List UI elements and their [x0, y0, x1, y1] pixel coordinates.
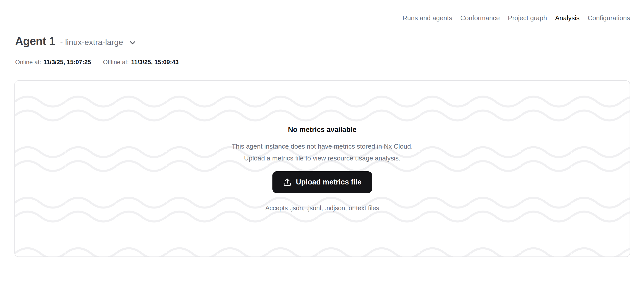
empty-state-description-line-2: Upload a metrics file to view resource u…: [232, 152, 413, 164]
upload-icon: [283, 178, 292, 186]
nav-item-analysis[interactable]: Analysis: [555, 14, 580, 22]
top-navigation: Runs and agents Conformance Project grap…: [402, 14, 630, 22]
agent-timestamps: Online at: 11/3/25, 15:07:25 Offline at:…: [15, 58, 179, 66]
empty-state-content: No metrics available This agent instance…: [15, 81, 630, 256]
agent-launch-template: - linux-extra-large: [60, 38, 123, 47]
online-at: Online at: 11/3/25, 15:07:25: [15, 58, 91, 66]
empty-state-description-line-1: This agent instance does not have metric…: [232, 140, 413, 152]
chevron-down-icon[interactable]: [128, 38, 137, 48]
online-at-value: 11/3/25, 15:07:25: [44, 58, 91, 66]
nav-item-conformance[interactable]: Conformance: [460, 14, 500, 22]
upload-button-label: Upload metrics file: [296, 178, 361, 186]
page-title: Agent 1: [15, 35, 55, 48]
agent-header: Agent 1 - linux-extra-large: [15, 35, 137, 48]
upload-metrics-file-button[interactable]: Upload metrics file: [272, 171, 372, 193]
empty-state-title: No metrics available: [288, 126, 357, 133]
accepted-file-types-hint: Accepts .json, .jsonl, .ndjson, or text …: [265, 204, 379, 212]
nav-item-project-graph[interactable]: Project graph: [508, 14, 547, 22]
empty-state-description: This agent instance does not have metric…: [232, 140, 413, 164]
nav-item-runs-and-agents[interactable]: Runs and agents: [402, 14, 452, 22]
offline-at: Offline at: 11/3/25, 15:09:43: [103, 58, 179, 66]
offline-at-value: 11/3/25, 15:09:43: [131, 58, 179, 66]
nav-item-configurations[interactable]: Configurations: [588, 14, 630, 22]
online-at-label: Online at:: [15, 58, 41, 66]
metrics-empty-state-card: No metrics available This agent instance…: [14, 80, 630, 257]
offline-at-label: Offline at:: [103, 58, 129, 66]
